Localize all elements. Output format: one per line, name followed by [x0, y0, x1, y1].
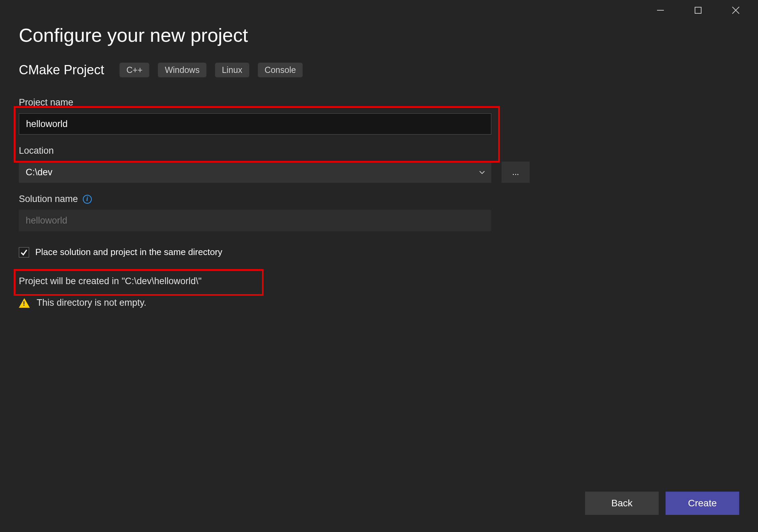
- template-tag: Console: [258, 63, 303, 77]
- project-name-input[interactable]: [19, 113, 491, 135]
- minimize-icon: [656, 5, 665, 15]
- checkmark-icon: [20, 249, 28, 256]
- template-tag: C++: [119, 63, 149, 77]
- same-dir-label: Place solution and project in the same d…: [35, 247, 222, 257]
- creation-path-text: Project will be created in "C:\dev\hello…: [19, 276, 739, 287]
- location-input[interactable]: [19, 162, 491, 183]
- dialog-content: Configure your new project CMake Project…: [0, 0, 758, 308]
- svg-rect-1: [695, 7, 701, 13]
- project-name-label: Project name: [19, 97, 739, 108]
- warning-row: This directory is not empty.: [19, 297, 739, 308]
- solution-name-label-text: Solution name: [19, 194, 78, 204]
- location-group: Location ...: [19, 145, 739, 183]
- warning-text: This directory is not empty.: [37, 297, 147, 308]
- maximize-icon: [694, 6, 702, 14]
- page-title: Configure your new project: [19, 24, 739, 46]
- template-name: CMake Project: [19, 63, 104, 77]
- warning-icon: [19, 298, 30, 308]
- template-tag: Windows: [158, 63, 206, 77]
- template-row: CMake Project C++ Windows Linux Console: [19, 63, 739, 77]
- info-icon[interactable]: i: [83, 195, 92, 204]
- solution-name-input: [19, 210, 491, 231]
- same-dir-checkbox[interactable]: [19, 247, 29, 257]
- browse-button[interactable]: ...: [502, 162, 530, 183]
- same-dir-row[interactable]: Place solution and project in the same d…: [19, 245, 226, 259]
- close-button[interactable]: [724, 2, 748, 19]
- solution-name-group: Solution name i: [19, 194, 739, 231]
- create-button[interactable]: Create: [666, 492, 739, 515]
- footer-buttons: Back Create: [585, 492, 739, 515]
- minimize-button[interactable]: [648, 2, 672, 19]
- maximize-button[interactable]: [686, 2, 710, 19]
- window-titlebar: [648, 0, 758, 21]
- back-button[interactable]: Back: [585, 492, 659, 515]
- close-icon: [731, 5, 741, 15]
- solution-name-label: Solution name i: [19, 194, 739, 204]
- template-tag: Linux: [215, 63, 249, 77]
- location-label: Location: [19, 145, 739, 156]
- project-name-group: Project name: [19, 97, 739, 135]
